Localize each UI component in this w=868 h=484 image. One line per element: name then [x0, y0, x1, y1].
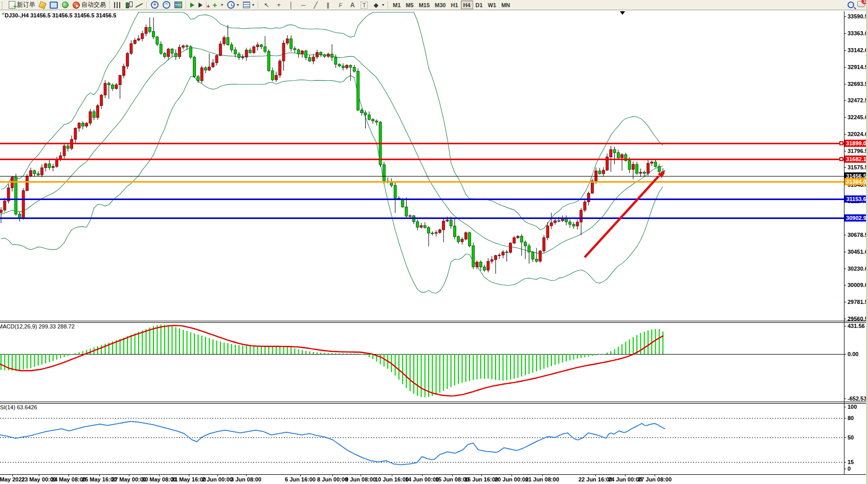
- svg-text:30009.0: 30009.0: [848, 282, 868, 288]
- channel-tool-button[interactable]: ∥: [322, 1, 334, 9]
- horizontal-lines[interactable]: [0, 142, 844, 218]
- zoom-in-icon: [151, 1, 159, 9]
- timeframe-d1-button[interactable]: D1: [473, 1, 485, 9]
- arrows-tool-button[interactable]: ◆▾: [370, 1, 386, 9]
- auto-trading-icon: [73, 2, 80, 9]
- svg-text:27 Jun 08:00: 27 Jun 08:00: [638, 476, 672, 482]
- cursor-tool-icon: ↖: [262, 1, 271, 9]
- trendline-tool-button[interactable]: ╱: [309, 1, 322, 9]
- text-tool-icon: A: [348, 1, 357, 9]
- signals-button[interactable]: [60, 1, 71, 9]
- periods-icon: [227, 1, 235, 9]
- candlestick-series: [0, 17, 664, 274]
- chart-title: DJ30-,H4 31456.5 31456.5 31456.5 31456.5: [5, 12, 116, 18]
- market-depth-button[interactable]: [37, 1, 48, 9]
- templates-button[interactable]: ▾: [241, 1, 256, 9]
- svg-text:30678.5: 30678.5: [848, 232, 868, 238]
- svg-text:31899.0: 31899.0: [846, 140, 866, 146]
- timeframe-mn-button[interactable]: MN: [499, 1, 513, 9]
- svg-text:30451.0: 30451.0: [848, 249, 868, 255]
- svg-text:16 Jun 16:00: 16 Jun 16:00: [464, 476, 498, 482]
- svg-text:31 May 16:00: 31 May 16:00: [171, 476, 206, 482]
- chevron-down-icon: ▾: [382, 3, 384, 7]
- timeframe-h4-button[interactable]: H4: [461, 1, 473, 9]
- svg-text:31384.0: 31384.0: [846, 179, 866, 185]
- chevron-down-icon: ▾: [237, 3, 239, 7]
- chevron-down-icon: ▾: [252, 3, 254, 7]
- tile-windows-icon: [174, 2, 182, 8]
- svg-text:27 May 00:00: 27 May 00:00: [112, 476, 146, 482]
- tile-windows-button[interactable]: [172, 1, 184, 9]
- svg-text:21 Jun 08:00: 21 Jun 08:00: [525, 476, 559, 482]
- cursor-tool-button[interactable]: ↖: [260, 1, 273, 9]
- timeframe-h1-button[interactable]: H1: [448, 1, 460, 9]
- svg-text:32245.0: 32245.0: [848, 114, 868, 120]
- date-axis: May 202223 May 00:0024 May 08:0025 May 1…: [0, 474, 672, 482]
- zoom-out-icon: [163, 1, 170, 9]
- chevron-down-icon: ▾: [221, 3, 223, 7]
- terminal-button[interactable]: [48, 1, 60, 9]
- toolbar: 新订单自动交易▾▾▾↖+│─╱∥FAT◆▾M1M5M15M30H1H4D1W1M…: [0, 0, 868, 10]
- macd-pane: [0, 324, 844, 397]
- chart-shift-button[interactable]: [196, 1, 205, 9]
- window-edge: [866, 0, 868, 484]
- auto-scroll-button[interactable]: [188, 1, 196, 9]
- trend-arrow[interactable]: [585, 170, 665, 257]
- auto-trading-button[interactable]: 自动交易: [71, 1, 108, 9]
- svg-text:14 Jun 00:00: 14 Jun 00:00: [405, 476, 439, 482]
- vertical-line-tool-button[interactable]: │: [285, 1, 297, 9]
- svg-text:29560.5: 29560.5: [848, 316, 868, 322]
- svg-text:33363.0: 33363.0: [848, 30, 868, 36]
- periods-button[interactable]: ▾: [225, 1, 241, 9]
- crosshair-tool-button[interactable]: +: [273, 1, 285, 9]
- fibonacci-tool-button[interactable]: F: [334, 1, 346, 9]
- svg-text:2 Jun 00:00: 2 Jun 00:00: [202, 476, 233, 482]
- chart-shift-icon: [198, 3, 203, 8]
- indicators-button[interactable]: ▾: [209, 1, 225, 9]
- timeframe-m5-button[interactable]: M5: [403, 1, 416, 9]
- horizontal-line-tool-button[interactable]: ─: [297, 1, 309, 9]
- svg-text:431.56: 431.56: [848, 323, 865, 329]
- text-tool-button[interactable]: A: [346, 1, 359, 9]
- bar-chart-icon: [114, 2, 121, 8]
- zoom-in-button[interactable]: [149, 1, 161, 9]
- crosshair-tool-icon: +: [275, 1, 283, 9]
- svg-text:20 Jun 00:00: 20 Jun 00:00: [495, 476, 528, 482]
- svg-text:10 Jun 16:00: 10 Jun 16:00: [375, 476, 409, 482]
- svg-text:32472.5: 32472.5: [848, 97, 868, 103]
- trendline-tool-icon: ╱: [311, 1, 320, 9]
- svg-text:50: 50: [848, 434, 854, 441]
- timeframe-w1-button[interactable]: W1: [485, 1, 499, 9]
- zoom-out-button[interactable]: [161, 1, 172, 9]
- svg-text:22 Jun 16:00: 22 Jun 16:00: [578, 476, 612, 482]
- messages-button[interactable]: 1: [857, 1, 865, 9]
- svg-text:24 May 08:00: 24 May 08:00: [51, 476, 86, 482]
- macd-label: MACD(12,26,9) 299.33 288.72: [0, 323, 75, 329]
- new-order-button[interactable]: 新订单: [7, 1, 37, 9]
- toolbar-right: 1: [848, 1, 868, 9]
- timeframe-m15-button[interactable]: M15: [416, 1, 432, 9]
- svg-text:33142.0: 33142.0: [848, 47, 868, 53]
- chart-canvas[interactable]: 33590.533363.033142.032914.532693.532472…: [0, 10, 868, 484]
- fibonacci-tool-icon: F: [336, 1, 344, 9]
- bar-chart-button[interactable]: [112, 1, 123, 9]
- search-icon[interactable]: [848, 2, 854, 8]
- svg-text:31682.1: 31682.1: [846, 156, 866, 162]
- market-depth-icon: [38, 1, 46, 9]
- candle-chart-icon: [125, 2, 131, 8]
- timeframe-m1-button[interactable]: M1: [390, 1, 403, 9]
- svg-text:15: 15: [848, 459, 854, 465]
- svg-text:9 Jun 08:00: 9 Jun 08:00: [345, 476, 376, 482]
- label-tool-button[interactable]: T: [359, 1, 370, 9]
- rsi-pane: [0, 418, 844, 465]
- svg-text:80: 80: [848, 415, 854, 421]
- chart-region[interactable]: 33590.533363.033142.032914.532693.532472…: [0, 10, 868, 484]
- candle-chart-button[interactable]: [123, 1, 133, 9]
- svg-text:29781.5: 29781.5: [848, 299, 868, 305]
- svg-text:100: 100: [848, 404, 857, 410]
- new-order-icon: [9, 1, 15, 9]
- horizontal-line-tool-icon: ─: [299, 1, 307, 9]
- arrows-tool-icon: ◆: [372, 1, 380, 9]
- timeframe-m30-button[interactable]: M30: [432, 1, 448, 9]
- line-chart-button[interactable]: [133, 1, 145, 9]
